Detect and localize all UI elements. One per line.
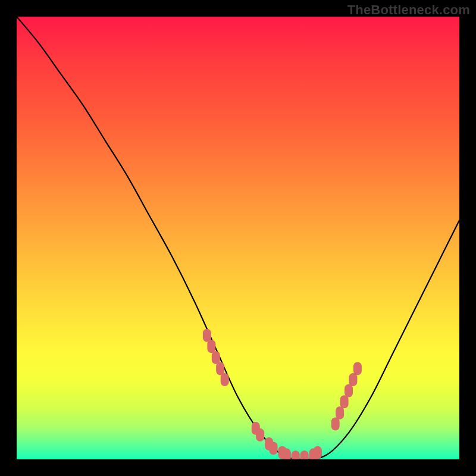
scatter-dot	[203, 329, 211, 342]
scatter-dot	[292, 450, 300, 459]
bottleneck-curve	[17, 17, 459, 459]
watermark-text: TheBottleneck.com	[347, 2, 470, 18]
scatter-dot	[300, 450, 309, 459]
scatter-dot	[270, 441, 278, 455]
scatter-dot	[212, 351, 220, 364]
scatter-dots	[203, 329, 362, 459]
scatter-dot	[207, 340, 215, 353]
scatter-dot	[336, 406, 344, 419]
scatter-dot	[221, 373, 229, 386]
scatter-dot	[256, 428, 264, 441]
plot-area	[17, 17, 459, 459]
scatter-dot	[349, 373, 357, 386]
scatter-dot	[331, 418, 340, 431]
chart-frame: TheBottleneck.com	[0, 0, 476, 476]
scatter-dot	[345, 384, 353, 397]
scatter-dot	[216, 362, 224, 375]
scatter-dot	[283, 449, 291, 459]
scatter-dot	[314, 446, 322, 459]
scatter-dot	[353, 362, 362, 375]
chart-svg	[17, 17, 459, 459]
scatter-dot	[340, 395, 349, 408]
